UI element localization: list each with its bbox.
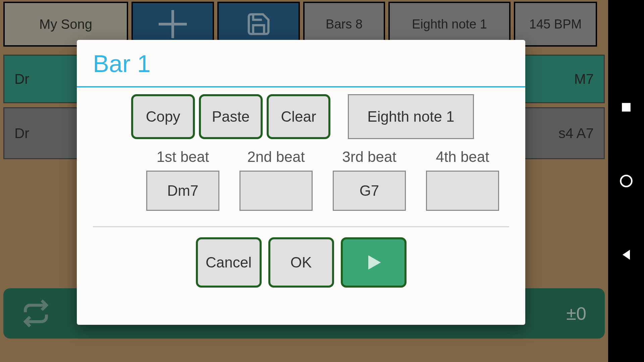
clear-button[interactable]: Clear [267, 94, 330, 139]
beat-col-1: 1st beat Dm7 [146, 148, 219, 211]
beat-col-2: 2nd beat [239, 148, 313, 211]
play-button[interactable] [341, 237, 407, 288]
dialog-action-row: Copy Paste Clear Eighth note 1 [77, 87, 525, 139]
dialog-footer: Cancel OK [77, 227, 525, 288]
paste-button[interactable]: Paste [199, 94, 263, 139]
beat-cell-4[interactable] [426, 171, 499, 211]
dialog-title: Bar 1 [77, 40, 525, 83]
beat-cell-3[interactable]: G7 [333, 171, 406, 211]
svg-marker-0 [368, 255, 381, 270]
cancel-button[interactable]: Cancel [196, 237, 262, 288]
beat-label: 3rd beat [342, 148, 396, 165]
bar-edit-dialog: Bar 1 Copy Paste Clear Eighth note 1 1st… [77, 40, 525, 325]
back-icon[interactable] [619, 247, 634, 262]
svg-rect-1 [622, 103, 631, 112]
home-icon[interactable] [619, 174, 634, 188]
system-nav-bar [608, 0, 644, 362]
copy-button[interactable]: Copy [131, 94, 195, 139]
svg-point-2 [621, 176, 632, 187]
beat-col-4: 4th beat [426, 148, 499, 211]
beat-cell-1[interactable]: Dm7 [146, 171, 219, 211]
play-icon [363, 252, 384, 273]
beat-label: 1st beat [157, 148, 209, 165]
note-type-selector[interactable]: Eighth note 1 [348, 94, 474, 139]
svg-marker-3 [623, 250, 630, 259]
beat-cell-2[interactable] [239, 171, 313, 211]
beat-label: 2nd beat [247, 148, 305, 165]
recent-apps-icon[interactable] [619, 100, 634, 115]
ok-button[interactable]: OK [268, 237, 334, 288]
beats-row: 1st beat Dm7 2nd beat 3rd beat G7 4th be… [77, 139, 525, 211]
beat-col-3: 3rd beat G7 [333, 148, 406, 211]
beat-label: 4th beat [436, 148, 489, 165]
